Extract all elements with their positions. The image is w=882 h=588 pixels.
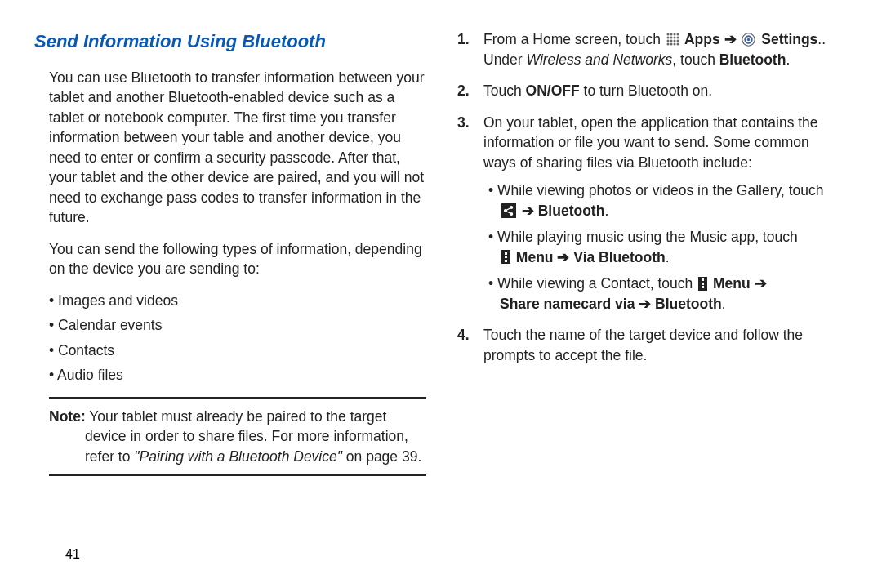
bluetooth-label: Bluetooth xyxy=(538,203,605,219)
period: . xyxy=(722,296,726,312)
period: . xyxy=(604,203,608,219)
svg-point-8 xyxy=(666,40,669,42)
settings-icon xyxy=(742,33,755,47)
right-column: From a Home screen, touch Apps ➔ Setting… xyxy=(441,29,848,580)
svg-point-6 xyxy=(673,37,675,39)
bluetooth-label: Bluetooth xyxy=(719,51,786,68)
menu-icon xyxy=(501,250,510,264)
sub-music-text: While playing music using the Music app,… xyxy=(497,229,798,245)
svg-line-22 xyxy=(506,207,511,211)
svg-point-10 xyxy=(673,40,675,42)
svg-point-1 xyxy=(670,33,672,36)
svg-point-14 xyxy=(673,43,675,46)
svg-point-13 xyxy=(670,43,672,46)
intro-paragraph-2: You can send the following types of info… xyxy=(49,239,426,279)
step-item: Touch the name of the target device and … xyxy=(456,325,833,365)
svg-point-15 xyxy=(676,43,679,46)
bluetooth-label: Bluetooth xyxy=(655,296,722,312)
step2-text-b: to turn Bluetooth on. xyxy=(580,82,712,99)
step1-text-c: , touch xyxy=(672,51,719,68)
list-item: Contacts xyxy=(49,341,426,361)
menu-label: Menu xyxy=(709,275,751,292)
divider-bottom xyxy=(49,474,426,476)
svg-point-7 xyxy=(676,37,679,39)
list-item: Images and videos xyxy=(49,291,426,311)
apps-icon xyxy=(666,33,679,46)
intro-paragraph-1: You can use Bluetooth to transfer inform… xyxy=(49,68,426,228)
svg-point-4 xyxy=(666,37,669,39)
step-item: From a Home screen, touch Apps ➔ Setting… xyxy=(456,29,833,69)
note-paragraph: Note: Your tablet must already be paired… xyxy=(49,407,426,467)
arrow-icon: ➔ xyxy=(554,249,574,265)
list-item: While viewing a Contact, touch Menu ➔ Sh… xyxy=(488,274,833,314)
note-label: Note: xyxy=(49,408,86,425)
arrow-icon: ➔ xyxy=(635,296,655,312)
arrow-icon: ➔ xyxy=(518,203,538,219)
menu-icon xyxy=(698,277,707,291)
svg-point-3 xyxy=(676,33,679,36)
note-reference: "Pairing with a Bluetooth Device" xyxy=(134,448,342,465)
divider-top xyxy=(49,397,426,399)
note-tail: on page 39. xyxy=(342,448,421,465)
steps-list: From a Home screen, touch Apps ➔ Setting… xyxy=(456,29,833,365)
sendable-types-list: Images and videos Calendar events Contac… xyxy=(49,291,426,385)
arrow-icon: ➔ xyxy=(720,31,741,47)
step-item: On your tablet, open the application tha… xyxy=(456,113,833,314)
list-item: While viewing photos or videos in the Ga… xyxy=(488,180,833,220)
list-item: Calendar events xyxy=(49,315,426,336)
apps-label: Apps xyxy=(681,31,720,47)
svg-point-18 xyxy=(747,38,750,41)
sub-contact-text: While viewing a Contact, touch xyxy=(497,275,697,292)
wireless-networks-label: Wireless and Networks xyxy=(527,51,673,68)
page-number: 41 xyxy=(65,547,80,562)
via-bluetooth-label: Via Bluetooth xyxy=(573,249,665,265)
left-column: Send Information Using Bluetooth You can… xyxy=(34,29,441,580)
share-icon xyxy=(501,203,516,218)
sharing-methods-list: While viewing photos or videos in the Ga… xyxy=(488,180,833,314)
step2-text-a: Touch xyxy=(483,82,526,99)
sub-gallery-text: While viewing photos or videos in the Ga… xyxy=(497,182,823,198)
step4-text: Touch the name of the target device and … xyxy=(483,327,803,363)
step3-text: On your tablet, open the application tha… xyxy=(483,114,818,171)
menu-label: Menu xyxy=(512,249,554,265)
section-heading: Send Information Using Bluetooth xyxy=(34,29,426,55)
svg-point-2 xyxy=(673,33,675,36)
svg-line-23 xyxy=(506,211,511,214)
arrow-icon: ➔ xyxy=(751,275,767,292)
svg-point-12 xyxy=(666,43,669,46)
svg-point-5 xyxy=(670,37,672,39)
list-item: Audio files xyxy=(49,365,426,385)
onoff-label: ON/OFF xyxy=(526,82,580,99)
share-namecard-label: Share namecard via xyxy=(500,296,635,312)
settings-label: Settings xyxy=(757,31,817,47)
list-item: While playing music using the Music app,… xyxy=(488,227,833,267)
page-container: Send Information Using Bluetooth You can… xyxy=(0,0,882,588)
svg-point-9 xyxy=(670,40,672,42)
period: . xyxy=(666,249,670,265)
step1-period2: . xyxy=(786,51,790,68)
step-item: Touch ON/OFF to turn Bluetooth on. xyxy=(456,81,833,101)
svg-point-0 xyxy=(666,33,669,36)
svg-point-11 xyxy=(676,40,679,42)
step1-text-a: From a Home screen, touch xyxy=(483,31,665,47)
